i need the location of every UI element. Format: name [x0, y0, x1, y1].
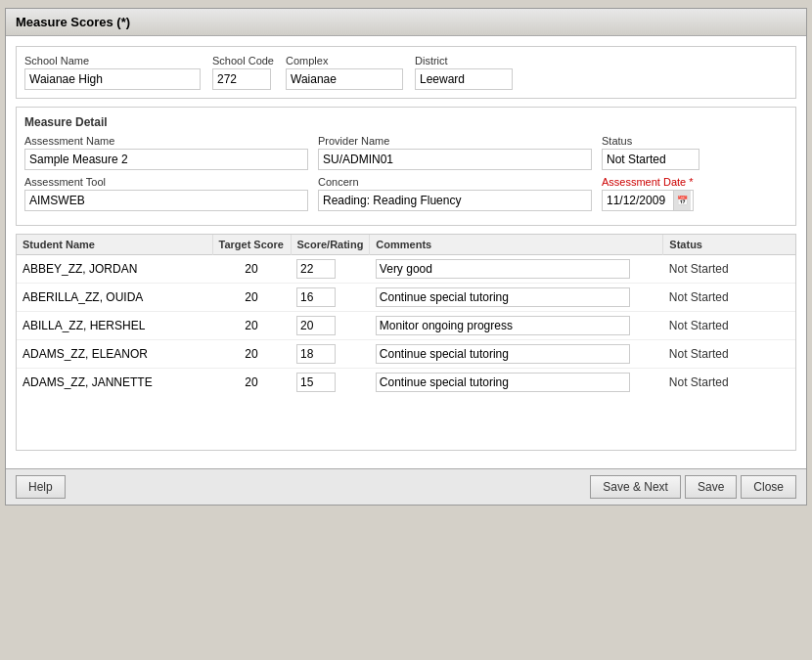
- table-row: ABERILLA_ZZ, OUIDA 20 Not Started: [17, 284, 795, 312]
- header-student-name: Student Name: [17, 235, 212, 255]
- score-rating-input-3[interactable]: [296, 344, 336, 364]
- district-field: District: [415, 55, 513, 90]
- school-name-label: School Name: [24, 55, 201, 66]
- district-input[interactable]: [415, 68, 513, 90]
- score-rating-input-0[interactable]: [296, 259, 336, 279]
- assessment-name-label: Assessment Name: [24, 135, 308, 147]
- cell-target-score-0: 20: [212, 255, 291, 284]
- cell-student-name-3: ADAMS_ZZ, ELEANOR: [17, 340, 212, 369]
- score-rating-input-4[interactable]: [296, 373, 336, 392]
- concern-label: Concern: [318, 176, 592, 188]
- status-field: Status: [602, 135, 699, 170]
- assessment-date-label: Assessment Date *: [602, 176, 694, 188]
- assessment-date-input[interactable]: [603, 191, 673, 210]
- calendar-icon[interactable]: 📅: [673, 191, 691, 210]
- school-info-section: School Name School Code Complex District: [16, 46, 796, 99]
- concern-input[interactable]: [318, 190, 592, 211]
- assessment-tool-input[interactable]: [24, 190, 308, 211]
- complex-field: Complex: [286, 55, 403, 90]
- status-text-3: Not Started: [669, 347, 729, 361]
- measure-detail-section: Measure Detail Assessment Name Provider …: [16, 107, 796, 226]
- footer-left: Help: [16, 475, 66, 499]
- cell-comments-0[interactable]: [370, 255, 663, 284]
- assessment-name-field: Assessment Name: [24, 135, 308, 170]
- window-title: Measure Scores (*): [16, 15, 130, 29]
- assessment-name-input[interactable]: [24, 149, 308, 170]
- provider-name-input[interactable]: [318, 149, 592, 170]
- cell-student-name-0: ABBEY_ZZ, JORDAN: [17, 255, 212, 284]
- cell-target-score-4: 20: [212, 369, 291, 397]
- cell-status-4: Not Started: [663, 369, 795, 397]
- school-name-field: School Name: [24, 55, 201, 90]
- status-label: Status: [602, 135, 699, 147]
- status-text-1: Not Started: [669, 290, 729, 304]
- cell-student-name-4: ADAMS_ZZ, JANNETTE: [17, 369, 212, 397]
- save-next-button[interactable]: Save & Next: [590, 475, 681, 499]
- school-code-field: School Code: [212, 55, 274, 90]
- school-code-label: School Code: [212, 55, 274, 66]
- concern-field: Concern: [318, 176, 592, 211]
- cell-comments-4[interactable]: [370, 369, 663, 397]
- table-row: ADAMS_ZZ, ELEANOR 20 Not Started: [17, 340, 795, 369]
- assessment-tool-label: Assessment Tool: [24, 176, 308, 188]
- header-comments: Comments: [370, 235, 663, 255]
- cell-student-name-1: ABERILLA_ZZ, OUIDA: [17, 284, 212, 312]
- comments-input-2[interactable]: [376, 316, 630, 335]
- window-title-bar: Measure Scores (*): [6, 9, 806, 36]
- status-input[interactable]: [602, 149, 699, 170]
- score-rating-input-1[interactable]: [296, 287, 336, 307]
- cell-status-3: Not Started: [663, 340, 795, 369]
- assessment-date-field: Assessment Date * 📅: [602, 176, 694, 211]
- table-row: ABBEY_ZZ, JORDAN 20 Not Started: [17, 255, 795, 284]
- cell-student-name-2: ABILLA_ZZ, HERSHEL: [17, 312, 212, 340]
- cell-comments-2[interactable]: [370, 312, 663, 340]
- measure-detail-header: Measure Detail: [24, 115, 788, 129]
- comments-input-4[interactable]: [376, 373, 630, 392]
- table-row: ABILLA_ZZ, HERSHEL 20 Not Started: [17, 312, 795, 340]
- cell-status-0: Not Started: [663, 255, 795, 284]
- provider-name-label: Provider Name: [318, 135, 592, 147]
- footer-right: Save & Next Save Close: [590, 475, 796, 499]
- header-status: Status: [663, 235, 795, 255]
- status-text-0: Not Started: [669, 262, 729, 276]
- table-header-row: Student Name Target Score Score/Rating C…: [17, 235, 795, 255]
- complex-input[interactable]: [286, 68, 403, 90]
- close-button[interactable]: Close: [741, 475, 796, 499]
- cell-target-score-2: 20: [212, 312, 291, 340]
- students-table: Student Name Target Score Score/Rating C…: [17, 235, 795, 396]
- cell-status-1: Not Started: [663, 284, 795, 312]
- table-row: ADAMS_ZZ, JANNETTE 20 Not Started: [17, 369, 795, 397]
- header-target-score: Target Score: [212, 235, 291, 255]
- cell-score-rating-1[interactable]: [291, 284, 370, 312]
- cell-target-score-1: 20: [212, 284, 291, 312]
- assessment-date-wrapper: 📅: [602, 190, 694, 211]
- help-button[interactable]: Help: [16, 475, 66, 499]
- cell-score-rating-2[interactable]: [291, 312, 370, 340]
- save-button[interactable]: Save: [685, 475, 737, 499]
- cell-score-rating-3[interactable]: [291, 340, 370, 369]
- district-label: District: [415, 55, 513, 66]
- comments-input-0[interactable]: [376, 259, 630, 279]
- school-code-input[interactable]: [212, 68, 271, 90]
- cell-score-rating-4[interactable]: [291, 369, 370, 397]
- footer: Help Save & Next Save Close: [6, 468, 806, 505]
- complex-label: Complex: [286, 55, 403, 66]
- cell-comments-3[interactable]: [370, 340, 663, 369]
- cell-comments-1[interactable]: [370, 284, 663, 312]
- students-section: Student Name Target Score Score/Rating C…: [16, 234, 796, 451]
- cell-target-score-3: 20: [212, 340, 291, 369]
- school-name-input[interactable]: [24, 68, 201, 90]
- comments-input-3[interactable]: [376, 344, 630, 364]
- provider-name-field: Provider Name: [318, 135, 592, 170]
- status-text-2: Not Started: [669, 319, 729, 332]
- score-rating-input-2[interactable]: [296, 316, 336, 335]
- header-score-rating: Score/Rating: [291, 235, 370, 255]
- status-text-4: Not Started: [669, 375, 729, 389]
- cell-status-2: Not Started: [663, 312, 795, 340]
- assessment-tool-field: Assessment Tool: [24, 176, 308, 211]
- comments-input-1[interactable]: [376, 287, 630, 307]
- cell-score-rating-0[interactable]: [291, 255, 370, 284]
